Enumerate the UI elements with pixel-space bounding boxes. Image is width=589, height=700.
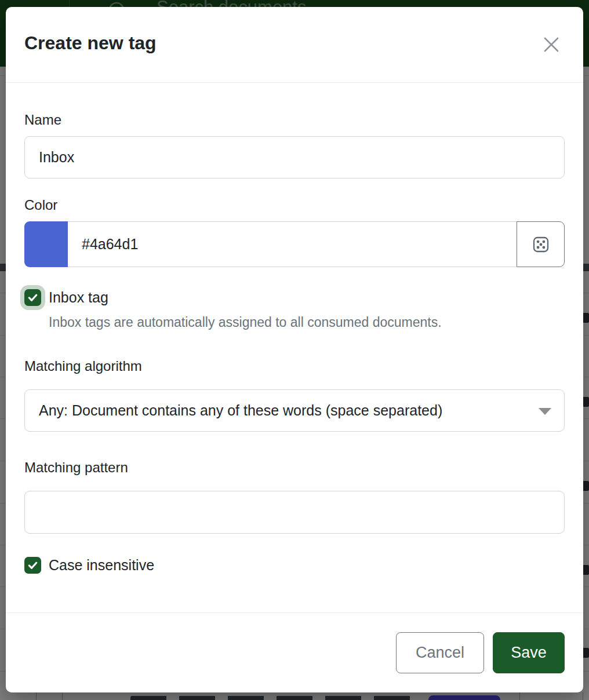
case-insensitive-label[interactable]: Case insensitive bbox=[49, 557, 154, 574]
matching-algorithm-group: Matching algorithm Any: Document contain… bbox=[24, 358, 565, 432]
dialog-header: Create new tag bbox=[6, 7, 583, 83]
case-insensitive-checkbox[interactable] bbox=[24, 557, 41, 574]
matching-algorithm-value: Any: Document contains any of these word… bbox=[39, 402, 442, 419]
case-insensitive-group: Case insensitive bbox=[24, 557, 565, 574]
caret-down-icon bbox=[539, 408, 551, 415]
inbox-tag-checkbox[interactable] bbox=[24, 289, 41, 306]
inbox-tag-label[interactable]: Inbox tag bbox=[49, 289, 108, 306]
case-insensitive-checkbox-row: Case insensitive bbox=[24, 557, 565, 574]
inbox-tag-group: Inbox tag Inbox tags are automatically a… bbox=[24, 289, 565, 330]
dice-5-icon bbox=[532, 235, 550, 254]
matching-pattern-label: Matching pattern bbox=[24, 460, 565, 476]
create-tag-dialog: Create new tag Name Color bbox=[6, 7, 583, 692]
color-field-group: Color bbox=[24, 197, 565, 267]
matching-pattern-group: Matching pattern bbox=[24, 460, 565, 534]
color-label: Color bbox=[24, 197, 565, 213]
inbox-tag-help: Inbox tags are automatically assigned to… bbox=[49, 314, 565, 330]
cancel-button[interactable]: Cancel bbox=[396, 632, 484, 673]
dialog-footer: Cancel Save bbox=[6, 612, 583, 692]
dialog-title: Create new tag bbox=[24, 32, 157, 53]
dialog-body: Name Color bbox=[6, 83, 583, 612]
name-input[interactable] bbox=[24, 136, 565, 178]
color-input-group bbox=[24, 221, 565, 267]
save-button[interactable]: Save bbox=[493, 632, 565, 673]
color-swatch bbox=[24, 221, 68, 267]
matching-pattern-input[interactable] bbox=[24, 491, 565, 534]
matching-algorithm-label: Matching algorithm bbox=[24, 358, 565, 374]
random-color-button[interactable] bbox=[517, 221, 565, 267]
color-input[interactable] bbox=[68, 221, 517, 267]
close-button[interactable] bbox=[540, 34, 562, 56]
matching-algorithm-select[interactable]: Any: Document contains any of these word… bbox=[24, 389, 565, 432]
check-icon bbox=[27, 292, 38, 303]
check-icon bbox=[27, 560, 38, 571]
name-label: Name bbox=[24, 112, 565, 128]
name-field-group: Name bbox=[24, 112, 565, 178]
x-icon bbox=[541, 35, 561, 54]
inbox-tag-checkbox-row: Inbox tag bbox=[24, 289, 565, 306]
